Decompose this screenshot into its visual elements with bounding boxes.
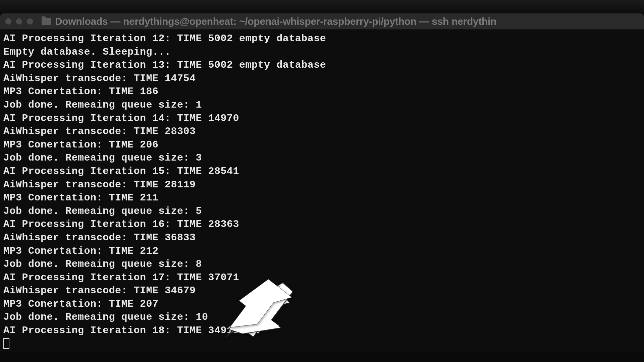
terminal-line: AI Processing Iteration 16: TIME 28363	[3, 218, 641, 231]
terminal-line: MP3 Conertation: TIME 207	[3, 298, 641, 311]
terminal-line: MP3 Conertation: TIME 212	[3, 245, 641, 258]
terminal-line: Job done. Remeaing queue size: 1	[3, 99, 641, 112]
terminal-line: AiWhisper transcode: TIME 36833	[3, 231, 641, 245]
folder-icon	[42, 18, 51, 25]
terminal-cursor	[3, 338, 641, 349]
terminal-line: Job done. Remeaing queue size: 10	[3, 311, 641, 324]
terminal-window: Downloads — nerdythings@openheat: ~/open…	[0, 13, 644, 352]
terminal-line: AI Processing Iteration 17: TIME 37071	[3, 271, 641, 285]
desktop-backdrop	[0, 0, 644, 13]
terminal-line: Empty database. Sleeping...	[3, 46, 641, 59]
terminal-line: AI Processing Iteration 13: TIME 5002 em…	[3, 59, 641, 72]
terminal-line: MP3 Conertation: TIME 206	[3, 138, 641, 152]
maximize-button[interactable]	[27, 18, 33, 24]
terminal-line: AiWhisper transcode: TIME 28303	[3, 125, 641, 138]
terminal-line: AI Processing Iteration 18: TIME 34911	[3, 324, 641, 338]
window-controls	[5, 18, 33, 24]
terminal-line: Job done. Remeaing queue size: 3	[3, 152, 641, 165]
terminal-line: AiWhisper transcode: TIME 14754	[3, 72, 641, 85]
terminal-line: Job done. Remeaing queue size: 8	[3, 258, 641, 271]
terminal-line: AiWhisper transcode: TIME 34679	[3, 284, 641, 298]
minimize-button[interactable]	[16, 18, 22, 24]
terminal-line: Job done. Remeaing queue size: 5	[3, 205, 641, 218]
window-title-bar[interactable]: Downloads — nerdythings@openheat: ~/open…	[0, 13, 644, 29]
terminal-line: MP3 Conertation: TIME 211	[3, 191, 641, 205]
terminal-line: AI Processing Iteration 15: TIME 28541	[3, 165, 641, 178]
terminal-line: MP3 Conertation: TIME 186	[3, 85, 641, 99]
window-title: Downloads — nerdythings@openheat: ~/open…	[55, 16, 496, 27]
terminal-line: AiWhisper transcode: TIME 28119	[3, 178, 641, 192]
close-button[interactable]	[5, 18, 11, 24]
terminal-output[interactable]: AI Processing Iteration 12: TIME 5002 em…	[0, 29, 644, 352]
terminal-line: AI Processing Iteration 12: TIME 5002 em…	[3, 32, 641, 46]
terminal-line: AI Processing Iteration 14: TIME 14970	[3, 112, 641, 125]
